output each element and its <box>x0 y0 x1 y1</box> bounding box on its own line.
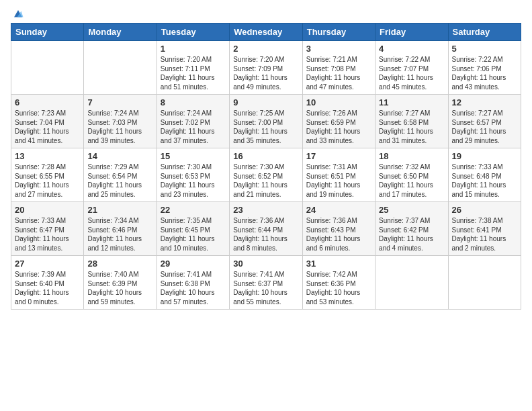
weekday-header-wednesday: Wednesday <box>230 24 302 41</box>
day-number: 3 <box>306 44 371 54</box>
day-info: Sunrise: 7:42 AM Sunset: 6:36 PM Dayligh… <box>306 270 371 306</box>
week-row-2: 6Sunrise: 7:23 AM Sunset: 7:04 PM Daylig… <box>11 95 521 148</box>
day-number: 21 <box>87 205 152 215</box>
calendar-cell: 15Sunrise: 7:30 AM Sunset: 6:53 PM Dayli… <box>157 148 229 202</box>
day-info: Sunrise: 7:20 AM Sunset: 7:09 PM Dayligh… <box>233 55 298 91</box>
day-number: 28 <box>87 259 152 269</box>
logo-text <box>11 8 24 20</box>
calendar-cell: 18Sunrise: 7:32 AM Sunset: 6:50 PM Dayli… <box>375 148 448 202</box>
day-number: 22 <box>161 205 226 215</box>
day-info: Sunrise: 7:29 AM Sunset: 6:54 PM Dayligh… <box>87 163 152 199</box>
day-number: 23 <box>233 205 298 215</box>
day-number: 17 <box>306 151 371 161</box>
day-number: 26 <box>452 205 517 215</box>
day-number: 9 <box>233 97 298 107</box>
logo <box>11 8 24 17</box>
calendar-cell: 12Sunrise: 7:27 AM Sunset: 6:57 PM Dayli… <box>448 95 521 148</box>
weekday-header-friday: Friday <box>375 24 448 41</box>
day-number: 14 <box>87 151 152 161</box>
calendar-cell: 24Sunrise: 7:36 AM Sunset: 6:43 PM Dayli… <box>302 202 375 256</box>
day-number: 8 <box>161 97 226 107</box>
weekday-header-row: SundayMondayTuesdayWednesdayThursdayFrid… <box>11 24 521 41</box>
day-number: 24 <box>306 205 371 215</box>
day-number: 27 <box>15 259 80 269</box>
calendar-cell <box>375 256 448 310</box>
calendar-cell: 2Sunrise: 7:20 AM Sunset: 7:09 PM Daylig… <box>230 41 302 95</box>
day-info: Sunrise: 7:27 AM Sunset: 6:57 PM Dayligh… <box>452 109 517 145</box>
calendar-cell: 10Sunrise: 7:26 AM Sunset: 6:59 PM Dayli… <box>302 95 375 148</box>
calendar-cell: 13Sunrise: 7:28 AM Sunset: 6:55 PM Dayli… <box>11 148 84 202</box>
day-info: Sunrise: 7:38 AM Sunset: 6:41 PM Dayligh… <box>452 216 517 253</box>
day-info: Sunrise: 7:25 AM Sunset: 7:00 PM Dayligh… <box>233 109 298 145</box>
day-number: 20 <box>15 205 80 215</box>
day-info: Sunrise: 7:41 AM Sunset: 6:38 PM Dayligh… <box>161 270 226 306</box>
calendar-cell: 30Sunrise: 7:41 AM Sunset: 6:37 PM Dayli… <box>230 256 302 310</box>
day-info: Sunrise: 7:32 AM Sunset: 6:50 PM Dayligh… <box>379 163 444 199</box>
calendar-cell: 25Sunrise: 7:37 AM Sunset: 6:42 PM Dayli… <box>375 202 448 256</box>
weekday-header-tuesday: Tuesday <box>157 24 229 41</box>
day-info: Sunrise: 7:36 AM Sunset: 6:44 PM Dayligh… <box>233 216 298 253</box>
day-number: 7 <box>87 97 152 107</box>
week-row-4: 20Sunrise: 7:33 AM Sunset: 6:47 PM Dayli… <box>11 202 521 256</box>
calendar-cell: 21Sunrise: 7:34 AM Sunset: 6:46 PM Dayli… <box>84 202 157 256</box>
day-info: Sunrise: 7:34 AM Sunset: 6:46 PM Dayligh… <box>87 216 152 253</box>
calendar-cell: 4Sunrise: 7:22 AM Sunset: 7:07 PM Daylig… <box>375 41 448 95</box>
calendar: SundayMondayTuesdayWednesdayThursdayFrid… <box>11 23 521 310</box>
calendar-cell <box>448 256 521 310</box>
calendar-cell: 22Sunrise: 7:35 AM Sunset: 6:45 PM Dayli… <box>157 202 229 256</box>
calendar-cell: 28Sunrise: 7:40 AM Sunset: 6:39 PM Dayli… <box>84 256 157 310</box>
day-info: Sunrise: 7:26 AM Sunset: 6:59 PM Dayligh… <box>306 109 371 145</box>
weekday-header-thursday: Thursday <box>302 24 375 41</box>
day-info: Sunrise: 7:20 AM Sunset: 7:11 PM Dayligh… <box>161 55 226 91</box>
calendar-cell: 7Sunrise: 7:24 AM Sunset: 7:03 PM Daylig… <box>84 95 157 148</box>
day-info: Sunrise: 7:21 AM Sunset: 7:08 PM Dayligh… <box>306 55 371 91</box>
weekday-header-sunday: Sunday <box>11 24 84 41</box>
day-info: Sunrise: 7:39 AM Sunset: 6:40 PM Dayligh… <box>15 270 80 306</box>
calendar-cell: 16Sunrise: 7:30 AM Sunset: 6:52 PM Dayli… <box>230 148 302 202</box>
calendar-cell: 27Sunrise: 7:39 AM Sunset: 6:40 PM Dayli… <box>11 256 84 310</box>
day-info: Sunrise: 7:28 AM Sunset: 6:55 PM Dayligh… <box>15 163 80 199</box>
calendar-cell: 9Sunrise: 7:25 AM Sunset: 7:00 PM Daylig… <box>230 95 302 148</box>
day-info: Sunrise: 7:27 AM Sunset: 6:58 PM Dayligh… <box>379 109 444 145</box>
day-number: 25 <box>379 205 444 215</box>
day-number: 12 <box>452 97 517 107</box>
header <box>11 8 521 17</box>
day-number: 5 <box>452 44 517 54</box>
day-info: Sunrise: 7:22 AM Sunset: 7:06 PM Dayligh… <box>452 55 517 91</box>
calendar-cell: 1Sunrise: 7:20 AM Sunset: 7:11 PM Daylig… <box>157 41 229 95</box>
calendar-cell: 29Sunrise: 7:41 AM Sunset: 6:38 PM Dayli… <box>157 256 229 310</box>
calendar-cell: 5Sunrise: 7:22 AM Sunset: 7:06 PM Daylig… <box>448 41 521 95</box>
day-info: Sunrise: 7:22 AM Sunset: 7:07 PM Dayligh… <box>379 55 444 91</box>
day-info: Sunrise: 7:33 AM Sunset: 6:48 PM Dayligh… <box>452 163 517 199</box>
day-info: Sunrise: 7:35 AM Sunset: 6:45 PM Dayligh… <box>161 216 226 253</box>
calendar-cell: 8Sunrise: 7:24 AM Sunset: 7:02 PM Daylig… <box>157 95 229 148</box>
day-number: 31 <box>306 259 371 269</box>
day-info: Sunrise: 7:23 AM Sunset: 7:04 PM Dayligh… <box>15 109 80 145</box>
calendar-cell: 26Sunrise: 7:38 AM Sunset: 6:41 PM Dayli… <box>448 202 521 256</box>
calendar-cell: 6Sunrise: 7:23 AM Sunset: 7:04 PM Daylig… <box>11 95 84 148</box>
day-number: 2 <box>233 44 298 54</box>
calendar-cell: 17Sunrise: 7:31 AM Sunset: 6:51 PM Dayli… <box>302 148 375 202</box>
day-number: 11 <box>379 97 444 107</box>
calendar-cell: 14Sunrise: 7:29 AM Sunset: 6:54 PM Dayli… <box>84 148 157 202</box>
weekday-header-monday: Monday <box>84 24 157 41</box>
day-info: Sunrise: 7:36 AM Sunset: 6:43 PM Dayligh… <box>306 216 371 253</box>
day-info: Sunrise: 7:24 AM Sunset: 7:03 PM Dayligh… <box>87 109 152 145</box>
week-row-3: 13Sunrise: 7:28 AM Sunset: 6:55 PM Dayli… <box>11 148 521 202</box>
day-info: Sunrise: 7:30 AM Sunset: 6:52 PM Dayligh… <box>233 163 298 199</box>
week-row-1: 1Sunrise: 7:20 AM Sunset: 7:11 PM Daylig… <box>11 41 521 95</box>
day-number: 10 <box>306 97 371 107</box>
day-number: 18 <box>379 151 444 161</box>
day-info: Sunrise: 7:24 AM Sunset: 7:02 PM Dayligh… <box>161 109 226 145</box>
week-row-5: 27Sunrise: 7:39 AM Sunset: 6:40 PM Dayli… <box>11 256 521 310</box>
day-info: Sunrise: 7:41 AM Sunset: 6:37 PM Dayligh… <box>233 270 298 306</box>
day-number: 19 <box>452 151 517 161</box>
calendar-cell: 20Sunrise: 7:33 AM Sunset: 6:47 PM Dayli… <box>11 202 84 256</box>
day-number: 6 <box>15 97 80 107</box>
calendar-cell <box>84 41 157 95</box>
calendar-cell: 19Sunrise: 7:33 AM Sunset: 6:48 PM Dayli… <box>448 148 521 202</box>
calendar-cell <box>11 41 84 95</box>
day-number: 29 <box>161 259 226 269</box>
day-number: 30 <box>233 259 298 269</box>
weekday-header-saturday: Saturday <box>448 24 521 41</box>
